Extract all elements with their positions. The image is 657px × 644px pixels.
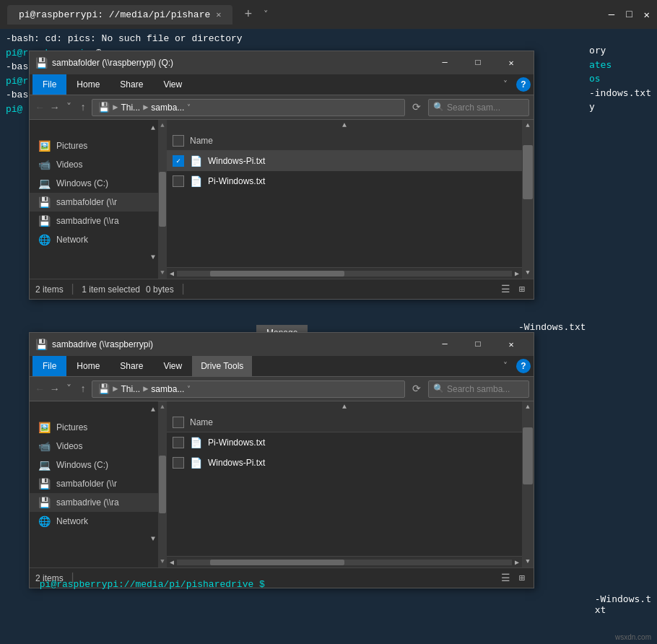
sidebar-item-videos-top[interactable]: 📹 Videos [30, 155, 158, 174]
path-chevron-bottom[interactable]: ˅ [187, 385, 191, 393]
sidebar-item-pictures-bottom[interactable]: 🖼️ Pictures [30, 418, 158, 437]
ribbon-tab-file[interactable]: File [32, 74, 66, 95]
terminal-maximize[interactable]: □ [626, 9, 632, 21]
terminal-br-1: -Windows.t [595, 593, 651, 604]
nav-up-btn-bottom[interactable]: ↑ [77, 382, 89, 396]
filelist-up-arrow[interactable]: ▲ [342, 121, 347, 129]
nav-forward-btn[interactable]: → [48, 100, 60, 115]
sidebar-scroll-down-arrow[interactable]: ▼ [149, 251, 157, 264]
terminal-middle-content: -Windows.txt [513, 318, 657, 352]
terminal-right-line-2: ates [589, 58, 651, 72]
address-path-bottom[interactable]: 💾 ▶ Thi... ▶ samba... ˅ [92, 380, 405, 398]
terminal-close[interactable]: ✕ [644, 9, 650, 21]
sb-down-arrow[interactable]: ▼ [160, 267, 164, 279]
nav-forward-btn-bottom[interactable]: → [48, 382, 60, 396]
search-box-top[interactable]: 🔍 Search sam... [428, 99, 529, 116]
explorer-bottom-minimize[interactable]: — [428, 333, 461, 356]
search-box-bottom[interactable]: 🔍 Search samba... [428, 380, 529, 398]
explorer-top-close[interactable]: ✕ [495, 51, 528, 74]
hscroll-right-top[interactable]: ▶ [515, 269, 519, 278]
explorer-top-maximize[interactable]: □ [461, 51, 495, 74]
file-icon-1-top: 📄 [190, 155, 202, 167]
terminal-tab-close[interactable]: ✕ [216, 9, 221, 20]
file-vscroll-top[interactable]: ▲ ▼ [522, 120, 534, 279]
sidebar-bottom-scrollbar[interactable]: ▲ ▼ [158, 401, 167, 567]
vscroll-up-bottom[interactable]: ▲ [526, 401, 529, 413]
ribbon-tab-view[interactable]: View [153, 74, 192, 95]
explorer-bottom-close[interactable]: ✕ [495, 333, 528, 356]
vscroll-up-top[interactable]: ▲ [526, 120, 529, 131]
explorer-bottom-ribbon: File Home Share View Drive Tools ˅ ? [30, 356, 534, 377]
file-list-bottom: ▲ Name 📄 Pi-Windows.txt 📄 [167, 401, 522, 567]
ribbon-tab-view-bottom[interactable]: View [153, 356, 192, 376]
file-row-pi-windows-bottom[interactable]: 📄 Pi-Windows.txt [167, 432, 522, 453]
sb-track [158, 131, 167, 267]
sidebar-item-windows-bottom[interactable]: 💻 Windows (C:) [30, 456, 158, 474]
file-row-pi-windows-top[interactable]: 📄 Pi-Windows.txt [167, 171, 522, 191]
status-count-top: 2 items [35, 284, 64, 295]
ribbon-chevron-icon-bottom[interactable]: ˅ [497, 358, 513, 375]
sidebar-item-sambafolder-bottom[interactable]: 💾 sambafolder (\\r [30, 474, 158, 493]
sidebar-scroll-up-arrow-bottom[interactable]: ▲ [149, 403, 157, 417]
explorer-top-minimize[interactable]: — [428, 51, 461, 74]
status-pipe-top: | [180, 283, 187, 296]
view-details-top[interactable]: ☰ [498, 282, 513, 297]
refresh-btn-bottom[interactable]: ⟳ [408, 381, 425, 396]
file-vscroll-bottom[interactable]: ▲ ▼ [522, 401, 534, 567]
ribbon-help-btn[interactable]: ? [516, 77, 531, 92]
ribbon-tab-share-bottom[interactable]: Share [110, 356, 153, 376]
explorer-top-icon: 💾 [35, 57, 48, 69]
nav-up-btn[interactable]: ↑ [77, 100, 89, 115]
filelist-scroll-up: ▲ [167, 120, 522, 131]
nav-chevron-btn[interactable]: ˅ [64, 100, 74, 115]
ribbon-right-bottom: ˅ ? [497, 358, 531, 375]
file-checkbox-1-top[interactable]: ✓ [173, 155, 184, 167]
ribbon-tab-home-bottom[interactable]: Home [66, 356, 110, 376]
sidebar-top-scrollbar[interactable]: ▲ ▼ [158, 120, 167, 279]
ribbon-tab-home[interactable]: Home [66, 74, 110, 95]
sidebar-scroll-up-arrow[interactable]: ▲ [149, 121, 157, 135]
ribbon-help-btn-bottom[interactable]: ? [516, 359, 531, 373]
header-checkbox-top[interactable] [173, 135, 190, 147]
nav-back-btn-bottom[interactable]: ← [34, 382, 45, 396]
file-checkbox-1-bottom[interactable] [173, 437, 184, 448]
file-hscroll-top[interactable]: ◀ ▶ [167, 267, 522, 279]
sambafolder-icon-top: 💾 [38, 196, 51, 208]
sidebar-item-sambadrive-top[interactable]: 💾 sambadrive (\\ra [30, 212, 158, 230]
sidebar-item-sambafolder-top[interactable]: 💾 sambafolder (\\r [30, 193, 158, 212]
sidebar-item-network-bottom[interactable]: 🌐 Network [30, 512, 158, 531]
sidebar-item-videos-bottom[interactable]: 📹 Videos [30, 437, 158, 456]
view-tiles-top[interactable]: ⊞ [516, 282, 528, 297]
sb-up-arrow-bottom[interactable]: ▲ [160, 401, 164, 413]
refresh-btn-top[interactable]: ⟳ [408, 100, 425, 115]
vscroll-down-top[interactable]: ▼ [526, 267, 529, 279]
ribbon-tab-drivetools[interactable]: Drive Tools [192, 356, 252, 376]
sidebar-item-windows-top[interactable]: 💻 Windows (C:) [30, 174, 158, 193]
terminal-minimize[interactable]: — [609, 9, 614, 21]
terminal-tab-chevron[interactable]: ˅ [264, 9, 269, 20]
ribbon-tab-file-bottom[interactable]: File [32, 356, 66, 376]
file-checkbox-2-top[interactable] [173, 175, 184, 187]
hscroll-left-top[interactable]: ◀ [170, 269, 174, 278]
sidebar-item-network-top[interactable]: 🌐 Network [30, 230, 158, 249]
nav-back-btn[interactable]: ← [34, 100, 45, 115]
terminal-tab-add[interactable]: + [238, 7, 258, 22]
explorer-bottom-maximize[interactable]: □ [461, 333, 495, 356]
file-row-windows-pi-bottom[interactable]: 📄 Windows-Pi.txt [167, 453, 522, 473]
sidebar-item-sambadrive-bottom[interactable]: 💾 sambadrive (\\ra [30, 493, 158, 512]
header-checkbox-bottom[interactable] [173, 417, 190, 428]
ribbon-chevron-icon[interactable]: ˅ [497, 77, 513, 93]
sidebar-scroll-down-arrow-bottom[interactable]: ▼ [149, 532, 157, 546]
terminal-tab[interactable]: pi@raspberrypi: //media/pi/pishare ✕ [7, 5, 232, 25]
sidebar-item-pictures-top[interactable]: 🖼️ Pictures [30, 136, 158, 155]
path-chevron-top[interactable]: ˅ [187, 103, 191, 112]
explorer-top-address-bar: ← → ˅ ↑ 💾 ▶ Thi... ▶ samba... ˅ ⟳ 🔍 Sear… [30, 95, 534, 120]
filelist-up-arrow-bottom[interactable]: ▲ [342, 403, 347, 411]
sidebar-top-content: ▲ 🖼️ Pictures 📹 Videos 💻 Windows (C:) [30, 120, 158, 279]
address-path-top[interactable]: 💾 ▶ Thi... ▶ samba... ˅ [92, 99, 405, 116]
file-row-windows-pi-top[interactable]: ✓ 📄 Windows-Pi.txt [167, 151, 522, 171]
sb-up-arrow[interactable]: ▲ [160, 120, 164, 131]
file-checkbox-2-bottom[interactable] [173, 457, 184, 469]
nav-chevron-btn-bottom[interactable]: ˅ [64, 381, 74, 396]
ribbon-tab-share[interactable]: Share [110, 74, 153, 95]
